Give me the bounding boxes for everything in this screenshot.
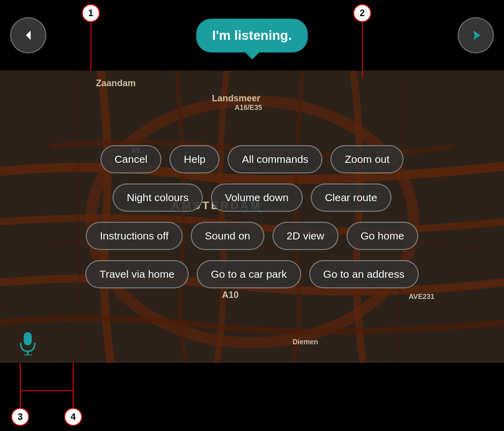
svg-rect-6 bbox=[24, 332, 32, 345]
commands-row-1: Cancel Help All commands Zoom out bbox=[100, 145, 404, 173]
volume-down-button[interactable]: Volume down bbox=[211, 183, 303, 212]
all-commands-button[interactable]: All commands bbox=[228, 145, 322, 173]
go-home-button[interactable]: Go home bbox=[347, 222, 418, 250]
back-button[interactable] bbox=[10, 17, 46, 53]
commands-row-3: Instructions off Sound on 2D view Go hom… bbox=[86, 222, 418, 250]
cancel-button[interactable]: Cancel bbox=[100, 145, 161, 173]
clear-route-button[interactable]: Clear route bbox=[311, 183, 391, 212]
go-to-car-park-button[interactable]: Go to a car park bbox=[197, 260, 301, 288]
commands-area: Cancel Help All commands Zoom out Night … bbox=[0, 71, 504, 363]
commands-row-4: Travel via home Go to a car park Go to a… bbox=[85, 260, 418, 288]
annotation-line-1 bbox=[90, 22, 91, 63]
mic-area bbox=[0, 323, 55, 363]
annotation-line-4 bbox=[73, 367, 74, 408]
go-to-address-button[interactable]: Go to an address bbox=[309, 260, 419, 288]
listening-text: I'm listening. bbox=[212, 28, 292, 43]
microphone-button[interactable] bbox=[14, 329, 42, 357]
annotation-line-2 bbox=[362, 22, 363, 63]
instructions-off-button[interactable]: Instructions off bbox=[86, 222, 183, 250]
annotation-1: 1 bbox=[82, 4, 100, 63]
listening-bubble: I'm listening. bbox=[196, 19, 308, 52]
svg-marker-5 bbox=[473, 31, 480, 40]
help-button[interactable]: Help bbox=[170, 145, 219, 173]
location-icon bbox=[469, 28, 483, 42]
back-icon bbox=[21, 28, 35, 42]
annotation-circle-1: 1 bbox=[82, 4, 100, 22]
sound-on-button[interactable]: Sound on bbox=[191, 222, 264, 250]
microphone-icon bbox=[18, 330, 38, 355]
annotation-3: 3 bbox=[11, 367, 29, 426]
annotation-circle-2: 2 bbox=[353, 4, 371, 22]
top-bar: I'm listening. bbox=[0, 0, 504, 71]
location-button[interactable] bbox=[458, 17, 494, 53]
travel-via-home-button[interactable]: Travel via home bbox=[85, 260, 189, 288]
annotation-line-3 bbox=[20, 367, 21, 408]
annotation-circle-3: 3 bbox=[11, 408, 29, 426]
night-colours-button[interactable]: Night colours bbox=[113, 183, 203, 212]
annotation-4: 4 bbox=[64, 367, 82, 426]
zoom-out-button[interactable]: Zoom out bbox=[330, 145, 404, 173]
annotation-circle-4: 4 bbox=[64, 408, 82, 426]
svg-marker-4 bbox=[26, 31, 30, 40]
annotation-2: 2 bbox=[353, 4, 371, 63]
commands-row-2: Night colours Volume down Clear route bbox=[113, 183, 391, 212]
2d-view-button[interactable]: 2D view bbox=[272, 222, 339, 250]
